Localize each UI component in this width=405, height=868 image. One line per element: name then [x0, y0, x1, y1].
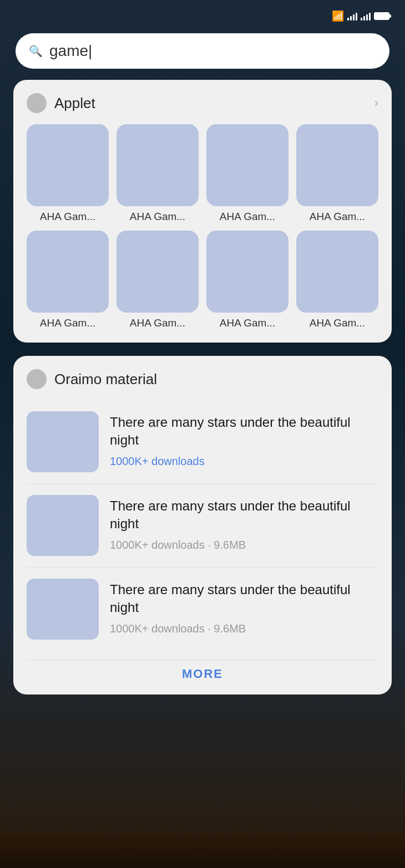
- signal-bars-1: [347, 12, 357, 21]
- list-item[interactable]: AHA Gam...: [27, 231, 109, 329]
- applet-card: Applet › AHA Gam... AHA Gam... AHA Gam..…: [13, 80, 392, 343]
- list-item[interactable]: AHA Gam...: [296, 231, 378, 329]
- material-info-2: There are many stars under the beautiful…: [110, 495, 378, 552]
- table-row[interactable]: There are many stars under the beautiful…: [27, 484, 378, 568]
- applet-label-3: AHA Gam...: [220, 211, 275, 223]
- table-row[interactable]: There are many stars under the beautiful…: [27, 400, 378, 484]
- battery-icon: [374, 12, 389, 20]
- status-icons: 📶: [332, 10, 389, 22]
- list-item[interactable]: AHA Gam...: [206, 231, 288, 329]
- applet-label-5: AHA Gam...: [40, 317, 95, 329]
- material-item-meta-2: 1000K+ downloads · 9.6MB: [110, 539, 378, 552]
- list-item[interactable]: AHA Gam...: [117, 124, 199, 223]
- applet-card-header: Applet ›: [27, 93, 378, 113]
- material-item-meta-3: 1000K+ downloads · 9.6MB: [110, 622, 378, 635]
- applet-chevron-icon[interactable]: ›: [374, 96, 378, 110]
- applet-label-1: AHA Gam...: [40, 211, 95, 223]
- applet-thumb-6: [117, 231, 199, 313]
- search-input[interactable]: [49, 42, 376, 60]
- list-item[interactable]: AHA Gam...: [296, 124, 378, 223]
- applet-header-left: Applet: [27, 93, 95, 113]
- material-list: There are many stars under the beautiful…: [27, 400, 378, 651]
- bottom-bar: [0, 835, 405, 868]
- material-info-3: There are many stars under the beautiful…: [110, 579, 378, 635]
- more-label[interactable]: MORE: [182, 667, 223, 681]
- search-icon: 🔍: [29, 44, 43, 58]
- search-bar[interactable]: 🔍: [16, 33, 389, 69]
- applet-label-4: AHA Gam...: [310, 211, 365, 223]
- applet-title: Applet: [54, 95, 95, 112]
- list-item[interactable]: AHA Gam...: [206, 124, 288, 223]
- applet-thumb-1: [27, 124, 109, 206]
- applet-label-8: AHA Gam...: [310, 317, 365, 329]
- material-item-meta-1: 1000K+ downloads: [110, 455, 378, 468]
- material-thumb-1: [27, 411, 99, 472]
- applet-label-2: AHA Gam...: [130, 211, 185, 223]
- list-item[interactable]: AHA Gam...: [27, 124, 109, 223]
- signal-bars-2: [361, 12, 371, 21]
- material-thumb-2: [27, 495, 99, 556]
- applet-grid: AHA Gam... AHA Gam... AHA Gam... AHA Gam…: [27, 124, 378, 329]
- applet-thumb-7: [206, 231, 288, 313]
- material-header-left: Oraimo material: [27, 369, 157, 389]
- applet-thumb-3: [206, 124, 288, 206]
- material-info-1: There are many stars under the beautiful…: [110, 411, 378, 468]
- applet-header-dot: [27, 93, 47, 113]
- status-bar: 📶: [0, 0, 405, 28]
- material-card: Oraimo material There are many stars und…: [13, 356, 392, 695]
- applet-label-6: AHA Gam...: [130, 317, 185, 329]
- material-item-title-2: There are many stars under the beautiful…: [110, 497, 378, 533]
- wifi-icon: 📶: [332, 10, 344, 22]
- table-row[interactable]: There are many stars under the beautiful…: [27, 568, 378, 651]
- applet-label-7: AHA Gam...: [220, 317, 275, 329]
- more-button[interactable]: MORE: [27, 660, 378, 681]
- applet-thumb-2: [117, 124, 199, 206]
- applet-thumb-5: [27, 231, 109, 313]
- material-header-dot: [27, 369, 47, 389]
- applet-thumb-8: [296, 231, 378, 313]
- material-title: Oraimo material: [54, 371, 157, 388]
- material-thumb-3: [27, 579, 99, 640]
- search-container: 🔍: [0, 28, 405, 80]
- list-item[interactable]: AHA Gam...: [117, 231, 199, 329]
- applet-thumb-4: [296, 124, 378, 206]
- material-item-title-1: There are many stars under the beautiful…: [110, 413, 378, 450]
- material-card-header: Oraimo material: [27, 369, 378, 389]
- material-item-title-3: There are many stars under the beautiful…: [110, 581, 378, 617]
